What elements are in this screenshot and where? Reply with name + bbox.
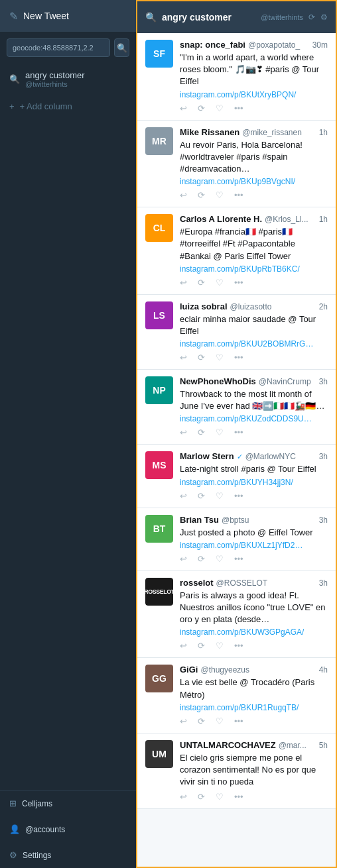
retweet-button[interactable]: ⟳ — [198, 554, 205, 564]
tweet-item[interactable]: ROSSELOTrosselot@ROSSELOT3hParis is alwa… — [137, 571, 336, 659]
tweet-name: GiGi — [180, 665, 198, 675]
tweet-avatar: CL — [145, 214, 173, 242]
tweet-link[interactable]: instagram.com/p/BKUp9BVgcNI/ — [180, 177, 328, 186]
sidebar-search-row: 🔍 — [0, 32, 136, 64]
tweet-header: Brian Tsu@bptsu3h — [180, 515, 328, 525]
reply-button[interactable]: ↩ — [180, 641, 187, 651]
tweet-link[interactable]: instagram.com/p/BKUW3GPgAGA/ — [180, 627, 328, 637]
retweet-button[interactable]: ⟳ — [198, 278, 205, 288]
tweet-actions: ↩⟳♡••• — [180, 278, 328, 288]
like-button[interactable]: ♡ — [216, 716, 224, 726]
avatar-placeholder: MS — [145, 451, 173, 479]
tweet-time: 5h — [319, 741, 328, 750]
tweet-item[interactable]: UMUNTALMARCOCHAVEZ@mar...5hEl cielo gris… — [137, 733, 336, 810]
column-header: 🔍 angry customer @twitterhints ⟳ ⚙ — [137, 1, 336, 33]
tweet-link[interactable]: instagram.com/p/BKUU2BOBMRrG… — [180, 339, 328, 349]
like-button[interactable]: ♡ — [216, 792, 224, 802]
reply-button[interactable]: ↩ — [180, 716, 187, 726]
tweet-avatar: ROSSELOT — [145, 578, 173, 606]
sidebar-item-celljams[interactable]: ⊞ Celljams — [0, 790, 136, 816]
avatar-placeholder: LS — [145, 301, 173, 329]
tweet-name: snap: once_fabi — [180, 40, 245, 50]
tweet-item[interactable]: MRMike Rissanen@mike_rissanen1hAu revoir… — [137, 121, 336, 208]
sidebar-item-angry-customer[interactable]: 🔍 angry customer @twitterhints — [0, 64, 136, 95]
tweet-header: NewPhoneWhoDis@NavinCrump3h — [180, 376, 328, 386]
more-button[interactable]: ••• — [234, 641, 243, 651]
retweet-button[interactable]: ⟳ — [198, 491, 205, 501]
like-button[interactable]: ♡ — [216, 641, 224, 651]
tweet-time: 1h — [319, 215, 328, 224]
tweet-link[interactable]: instagram.com/p/BKUR1RugqTB/ — [180, 703, 328, 712]
retweet-button[interactable]: ⟳ — [198, 190, 205, 200]
search-button[interactable]: 🔍 — [114, 38, 129, 57]
retweet-button[interactable]: ⟳ — [198, 353, 205, 362]
tweet-content: UNTALMARCOCHAVEZ@mar...5hEl cielo gris s… — [180, 740, 328, 802]
like-button[interactable]: ♡ — [216, 353, 224, 362]
tweet-link[interactable]: instagram.com/p/BKUtXryBPQN/ — [180, 90, 328, 99]
retweet-button[interactable]: ⟳ — [198, 427, 205, 437]
like-button[interactable]: ♡ — [216, 427, 224, 437]
refresh-icon[interactable]: ⟳ — [308, 13, 315, 22]
tweet-item[interactable]: MSMarlow Stern✓@MarlowNYC3hLate-night st… — [137, 445, 336, 508]
like-button[interactable]: ♡ — [216, 103, 224, 113]
handle-text: @twitterhints — [261, 13, 303, 21]
settings-icon[interactable]: ⚙ — [320, 13, 328, 22]
more-button[interactable]: ••• — [234, 353, 243, 362]
tweet-item[interactable]: BTBrian Tsu@bptsu3hJust posted a photo @… — [137, 508, 336, 571]
more-button[interactable]: ••• — [234, 103, 243, 113]
accounts-label: @accounts — [25, 825, 65, 834]
more-button[interactable]: ••• — [234, 190, 243, 200]
sidebar-item-accounts[interactable]: 👤 @accounts — [0, 816, 136, 842]
tweet-actions: ↩⟳♡••• — [180, 491, 328, 501]
tweet-content: Carlos A Llorente H.@Krlos_Ll...1h#Europ… — [180, 214, 328, 288]
more-button[interactable]: ••• — [234, 278, 243, 288]
tweet-handle: @thugyeezus — [200, 665, 249, 675]
reply-button[interactable]: ↩ — [180, 103, 187, 113]
tweet-actions: ↩⟳♡••• — [180, 190, 328, 200]
reply-button[interactable]: ↩ — [180, 792, 187, 802]
reply-button[interactable]: ↩ — [180, 427, 187, 437]
tweet-text: Late-night stroll #paris @ Tour Eiffel — [180, 463, 328, 475]
tweet-name: Brian Tsu — [180, 515, 219, 525]
reply-button[interactable]: ↩ — [180, 278, 187, 288]
tweet-link[interactable]: instagram.com/p/BKUXLz1jYfD2… — [180, 541, 328, 550]
like-button[interactable]: ♡ — [216, 190, 224, 200]
tweet-content: luiza sobral@luizasotto2heclair minha ma… — [180, 301, 328, 362]
like-button[interactable]: ♡ — [216, 491, 224, 501]
tweet-handle: @luizasotto — [230, 302, 272, 311]
reply-button[interactable]: ↩ — [180, 190, 187, 200]
add-column-label: + Add column — [20, 101, 72, 111]
like-button[interactable]: ♡ — [216, 278, 224, 288]
tweet-item[interactable]: LSluiza sobral@luizasotto2heclair minha … — [137, 295, 336, 370]
tweet-item[interactable]: CLCarlos A Llorente H.@Krlos_Ll...1h#Eur… — [137, 207, 336, 295]
add-column-button[interactable]: + + Add column — [0, 95, 136, 118]
reply-button[interactable]: ↩ — [180, 353, 187, 362]
reply-button[interactable]: ↩ — [180, 554, 187, 564]
sidebar-item-settings[interactable]: ⚙ Settings — [0, 842, 136, 868]
tweet-content: GiGi@thugyeezus4hLa vie est belle @ Troc… — [180, 665, 328, 726]
tweet-link[interactable]: instagram.com/p/BKUZodCDDS9U… — [180, 414, 328, 423]
tweet-actions: ↩⟳♡••• — [180, 554, 328, 564]
retweet-button[interactable]: ⟳ — [198, 792, 205, 802]
reply-button[interactable]: ↩ — [180, 491, 187, 501]
more-button[interactable]: ••• — [234, 792, 243, 802]
tweet-actions: ↩⟳♡••• — [180, 353, 328, 362]
like-button[interactable]: ♡ — [216, 554, 224, 564]
retweet-button[interactable]: ⟳ — [198, 641, 205, 651]
tweet-header: GiGi@thugyeezus4h — [180, 665, 328, 675]
more-button[interactable]: ••• — [234, 716, 243, 726]
tweet-name: rosselot — [180, 578, 214, 588]
tweet-text: "I'm in a world apart, a world where ros… — [180, 52, 328, 88]
retweet-button[interactable]: ⟳ — [198, 103, 205, 113]
tweet-link[interactable]: instagram.com/p/BKUpRbTB6KC/ — [180, 264, 328, 274]
geocode-input[interactable] — [7, 38, 110, 57]
tweet-item[interactable]: GGGiGi@thugyeezus4hLa vie est belle @ Tr… — [137, 658, 336, 733]
tweet-item[interactable]: NPNewPhoneWhoDis@NavinCrump3hThrowback t… — [137, 370, 336, 445]
more-button[interactable]: ••• — [234, 427, 243, 437]
more-button[interactable]: ••• — [234, 554, 243, 564]
retweet-button[interactable]: ⟳ — [198, 716, 205, 726]
tweet-item[interactable]: SFsnap: once_fabi@poxapotato_30m"I'm in … — [137, 33, 336, 121]
more-button[interactable]: ••• — [234, 491, 243, 501]
tweet-link[interactable]: instagram.com/p/BKUYH34jj3N/ — [180, 478, 328, 487]
new-tweet-header[interactable]: ✎ New Tweet — [0, 0, 136, 32]
